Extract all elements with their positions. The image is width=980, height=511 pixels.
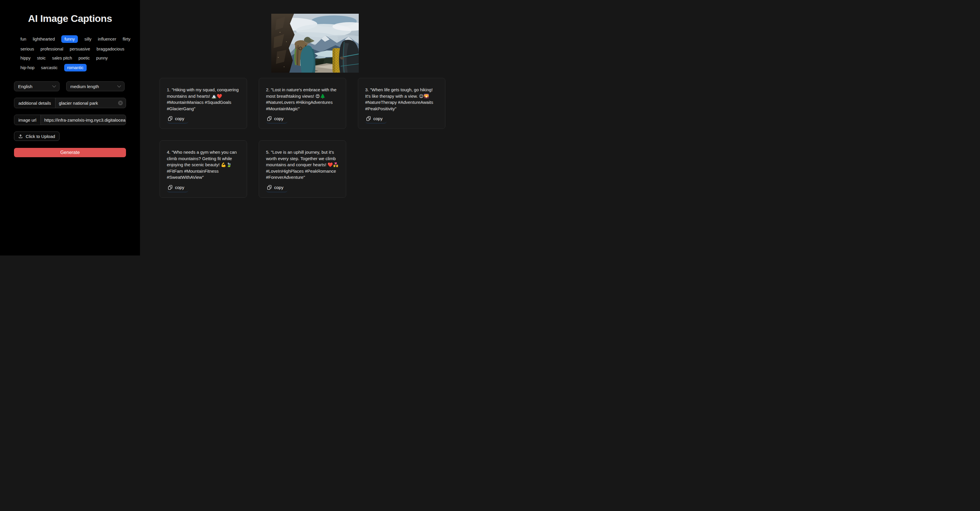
- tag-flirty[interactable]: flirty: [123, 37, 130, 41]
- copy-label: copy: [373, 116, 383, 121]
- additional-details-value: glacier national park: [59, 100, 98, 105]
- copy-button[interactable]: copy: [266, 115, 288, 124]
- tag-punny[interactable]: punny: [96, 56, 108, 60]
- tag-funny[interactable]: funny: [61, 35, 78, 43]
- copy-label: copy: [175, 116, 185, 121]
- caption-card: 4. "Who needs a gym when you can climb m…: [159, 140, 247, 198]
- copy-label: copy: [274, 185, 283, 190]
- copy-button[interactable]: copy: [266, 184, 288, 193]
- main-panel: 1. "Hiking with my squad, conquering mou…: [140, 0, 490, 256]
- clear-details-icon[interactable]: [118, 100, 123, 105]
- language-select[interactable]: English: [14, 81, 59, 91]
- copy-icon: [366, 116, 371, 121]
- caption-text: 2. "Lost in nature's embrace with the mo…: [266, 87, 339, 112]
- image-url-input[interactable]: https://infra-zamolxis-img.nyc3.digitalo…: [41, 115, 126, 125]
- copy-icon: [168, 185, 172, 190]
- tag-silly[interactable]: silly: [84, 37, 91, 41]
- tag-sarcastic[interactable]: sarcastic: [41, 65, 57, 70]
- caption-text: 5. "Love is an uphill journey, but it's …: [266, 149, 339, 180]
- caption-card: 1. "Hiking with my squad, conquering mou…: [159, 78, 247, 129]
- caption-card: 3. "When life gets tough, go hiking! It'…: [358, 78, 445, 129]
- copy-icon: [267, 116, 272, 121]
- caption-text: 4. "Who needs a gym when you can climb m…: [167, 149, 240, 180]
- tag-poetic[interactable]: poetic: [78, 56, 90, 60]
- tag-row: hippystoicsales pitchpoeticpunny: [21, 55, 126, 61]
- hero-image: [271, 14, 359, 73]
- copy-label: copy: [274, 116, 283, 121]
- tag-fun[interactable]: fun: [21, 37, 26, 41]
- x-icon: [119, 102, 122, 104]
- tag-row: seriousprofessionalpersuasivebraggadocio…: [21, 46, 126, 52]
- caption-text: 3. "When life gets tough, go hiking! It'…: [365, 87, 438, 112]
- chevron-down-icon: [117, 84, 121, 88]
- tag-rows: funlightheartedfunnysillyinfluencerflirt…: [21, 35, 126, 72]
- copy-icon: [267, 185, 272, 190]
- copy-icon: [168, 116, 172, 121]
- copy-button[interactable]: copy: [365, 115, 387, 124]
- language-select-value: English: [18, 84, 32, 89]
- image-url-field: image url https://infra-zamolxis-img.nyc…: [14, 115, 126, 125]
- upload-button[interactable]: Click to Upload: [14, 132, 59, 141]
- chevron-down-icon: [52, 84, 56, 88]
- tag-influencer[interactable]: influencer: [98, 37, 116, 41]
- image-url-label: image url: [14, 115, 41, 125]
- copy-label: copy: [175, 185, 185, 190]
- generate-button[interactable]: Generate: [14, 148, 126, 157]
- upload-icon: [18, 134, 23, 138]
- tag-braggadocious[interactable]: braggadocious: [97, 47, 124, 51]
- selects-row: English medium length: [14, 81, 126, 91]
- tag-hippy[interactable]: hippy: [21, 56, 30, 60]
- image-url-value: https://infra-zamolxis-img.nyc3.digitalo…: [45, 118, 126, 123]
- copy-button[interactable]: copy: [167, 115, 188, 124]
- tag-hip-hop[interactable]: hip-hop: [21, 65, 34, 70]
- tag-romantic[interactable]: romantic: [64, 64, 87, 72]
- tag-professional[interactable]: professional: [41, 47, 63, 51]
- additional-details-label: additional details: [14, 98, 56, 108]
- length-select[interactable]: medium length: [66, 81, 124, 91]
- length-select-value: medium length: [70, 84, 99, 89]
- tag-row: funlightheartedfunnysillyinfluencerflirt…: [21, 35, 126, 43]
- page-title: AI Image Captions: [14, 13, 126, 24]
- caption-card: 2. "Lost in nature's embrace with the mo…: [259, 78, 346, 129]
- tag-row: hip-hopsarcasticromantic: [21, 64, 126, 72]
- tag-stoic[interactable]: stoic: [37, 56, 46, 60]
- tag-sales-pitch[interactable]: sales pitch: [52, 56, 72, 60]
- copy-button[interactable]: copy: [167, 184, 188, 193]
- tag-serious[interactable]: serious: [21, 47, 34, 51]
- sidebar: AI Image Captions funlightheartedfunnysi…: [0, 0, 140, 256]
- upload-button-label: Click to Upload: [25, 134, 55, 139]
- caption-text: 1. "Hiking with my squad, conquering mou…: [167, 87, 240, 112]
- caption-cards: 1. "Hiking with my squad, conquering mou…: [159, 78, 445, 198]
- caption-card: 5. "Love is an uphill journey, but it's …: [259, 140, 346, 198]
- tag-persuasive[interactable]: persuasive: [70, 47, 90, 51]
- additional-details-field: additional details glacier national park: [14, 98, 126, 108]
- tag-lighthearted[interactable]: lighthearted: [33, 37, 55, 41]
- additional-details-input[interactable]: glacier national park: [56, 98, 126, 108]
